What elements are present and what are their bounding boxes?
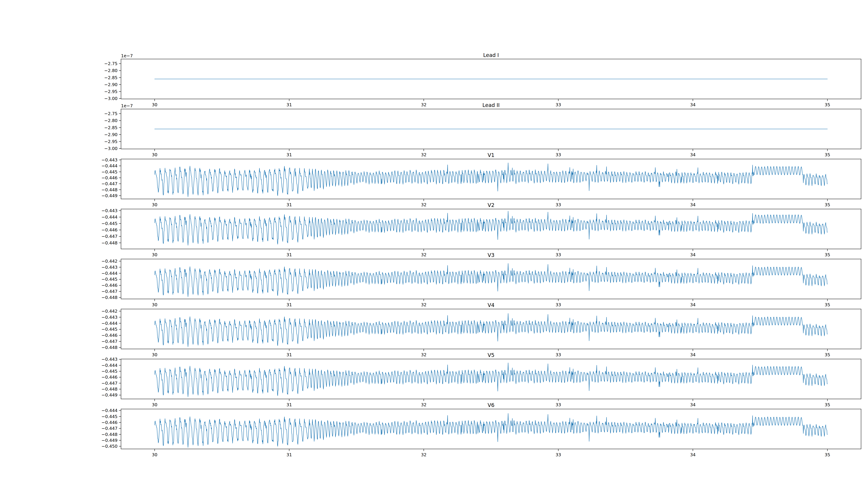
panel-v2-ytick-label: −0.447 [101,234,117,239]
panel-v3-ytick-label: −0.448 [101,295,117,300]
panel-v1-ytick-label: −0.443 [101,158,117,162]
panel-lead-ii-ytick-label: −2.95 [104,139,117,144]
panel-v4-waveform [155,314,827,347]
panel-v4-ytick-label: −0.447 [101,339,117,344]
panel-lead-ii-xtick-label: 31 [286,152,292,157]
panel-v5-ytick-label: −0.449 [101,393,117,398]
panel-v5-ytick-label: −0.445 [101,369,117,374]
panel-v2-xtick-label: 30 [152,252,158,257]
panel-v1-ytick-label: −0.444 [101,163,117,168]
panel-v3-ytick-label: −0.445 [101,277,117,282]
panel-v3: V3−0.442−0.443−0.444−0.445−0.446−0.447−0… [121,259,861,299]
panel-v6-xtick-label: 34 [690,452,696,457]
panel-v4-xtick-label: 34 [690,352,696,357]
panel-v1-ytick-label: −0.445 [101,169,117,174]
panel-v5-ytick-label: −0.444 [101,363,117,368]
panel-v4-xtick-label: 35 [825,352,830,357]
panel-v6-xtick-label: 30 [152,452,158,457]
panel-v4-xtick-label: 33 [556,352,561,357]
panel-v4-ytick-label: −0.442 [101,309,117,314]
panel-v3-xtick-label: 31 [286,302,292,307]
panel-lead-i-ytick-label: −2.85 [104,75,117,80]
panel-v3-ytick-label: −0.447 [101,289,117,294]
panel-v6-xtick-label: 32 [421,452,426,457]
panel-lead-ii-xtick-label: 33 [556,152,561,157]
panel-v1-xtick-label: 33 [556,202,561,207]
panel-v6-ytick-label: −0.448 [101,432,117,437]
panel-lead-i-xtick-label: 35 [825,102,830,107]
panel-v5-xtick-label: 33 [556,402,561,407]
panel-lead-i-ytick-label: −2.95 [104,89,117,94]
panel-v2-title: V2 [488,202,494,208]
panel-v5-ytick-label: −0.446 [101,375,117,380]
panel-lead-i-xtick-label: 34 [690,102,696,107]
panel-v3-xtick-label: 35 [825,302,830,307]
panel-v2-xtick-label: 32 [421,252,426,257]
panel-v5-waveform [155,363,827,397]
panel-v6-title: V6 [488,402,494,408]
panel-v6-waveform [155,413,827,447]
panel-v2-ytick-label: −0.446 [101,227,117,232]
panel-lead-i-ytick-label: −2.90 [104,82,117,87]
panel-lead-i-ytick-label: −2.80 [104,68,117,73]
panel-lead-i: Lead I1e−7−2.75−2.80−2.85−2.90−2.95−3.00… [121,59,861,99]
panel-v1-xtick-label: 32 [421,202,426,207]
panel-lead-ii-ytick-label: −2.90 [104,132,117,137]
panel-lead-ii-y-offset-label: 1e−7 [121,103,133,108]
panel-v1: V1−0.443−0.444−0.445−0.446−0.447−0.448−0… [121,159,861,199]
panel-v4-xtick-label: 31 [286,352,292,357]
panel-lead-i-y-offset-label: 1e−7 [121,53,133,58]
panel-v4-xtick-label: 30 [152,352,158,357]
panel-v1-title: V1 [488,152,494,158]
panel-v5-xtick-label: 32 [421,402,426,407]
panel-v1-ytick-label: −0.449 [101,193,117,198]
panel-lead-i-ytick-label: −2.75 [104,61,117,66]
panel-v5-xtick-label: 31 [286,402,292,407]
panel-v2-xtick-label: 35 [825,252,830,257]
panel-v2-ytick-label: −0.443 [101,208,117,213]
panel-v3-title: V3 [488,252,494,258]
panel-lead-ii: Lead II1e−7−2.75−2.80−2.85−2.90−2.95−3.0… [121,109,861,149]
panel-v5-xtick-label: 34 [690,402,696,407]
panel-lead-i-xtick-label: 32 [421,102,426,107]
panel-v1-xtick-label: 35 [825,202,830,207]
panel-v5-xtick-label: 30 [152,402,158,407]
panel-v6-ytick-label: −0.444 [101,408,117,413]
panel-v4-xtick-label: 32 [421,352,426,357]
panel-lead-i-xtick-label: 31 [286,102,292,107]
panel-v3-waveform [155,263,827,297]
panel-v4-title: V4 [488,302,494,308]
panel-v3-xtick-label: 34 [690,302,696,307]
panel-v5-ytick-label: −0.447 [101,381,117,386]
panel-v3-ytick-label: −0.444 [101,271,117,276]
panel-v2-xtick-label: 31 [286,252,292,257]
panel-v4: V4−0.442−0.443−0.444−0.445−0.446−0.447−0… [121,309,861,349]
panel-v1-xtick-label: 31 [286,202,292,207]
panel-lead-ii-xtick-label: 34 [690,152,696,157]
panel-lead-ii-ytick-label: −2.80 [104,118,117,123]
panel-lead-i-ytick-label: −3.00 [104,96,117,101]
panel-v4-ytick-label: −0.444 [101,321,117,326]
panel-v4-ytick-label: −0.443 [101,315,117,320]
panel-v2-xtick-label: 33 [556,252,561,257]
panel-v5-title: V5 [488,352,494,358]
panel-v2-ytick-label: −0.445 [101,221,117,226]
panel-v4-ytick-label: −0.448 [101,345,117,350]
panel-v5-ytick-label: −0.443 [101,357,117,362]
panel-v1-xtick-label: 34 [690,202,696,207]
panel-lead-i-title: Lead I [483,52,499,58]
panel-v6-ytick-label: −0.449 [101,438,117,443]
panel-v5-ytick-label: −0.448 [101,387,117,392]
panel-v1-waveform [155,163,827,197]
panel-v4-ytick-label: −0.446 [101,333,117,338]
panel-v3-xtick-label: 30 [152,302,158,307]
panel-v2-ytick-label: −0.448 [101,240,117,246]
panel-v1-xtick-label: 30 [152,202,158,207]
panel-lead-ii-ytick-label: −3.00 [104,146,117,151]
panel-v6-xtick-label: 33 [556,452,561,457]
panel-v3-xtick-label: 33 [556,302,561,307]
panel-lead-ii-ytick-label: −2.75 [104,111,117,116]
panel-v5: V5−0.443−0.444−0.445−0.446−0.447−0.448−0… [121,359,861,399]
panel-v1-ytick-label: −0.446 [101,175,117,180]
panel-v2-xtick-label: 34 [690,252,696,257]
